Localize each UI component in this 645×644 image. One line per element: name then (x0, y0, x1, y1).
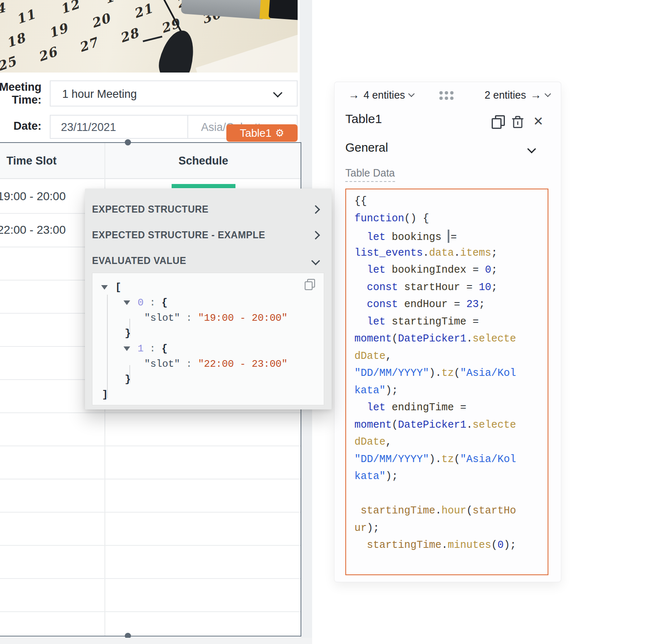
date-label: Date: (0, 120, 41, 133)
code-line: dDate, (354, 436, 548, 453)
column-header-time-slot[interactable]: Time Slot (0, 143, 104, 179)
delete-widget-icon[interactable] (512, 115, 524, 130)
table-data-property-label: Table Data (345, 167, 395, 182)
photo-number: 19 (47, 20, 70, 41)
json-tree-line: 0 : { (92, 296, 324, 311)
date-picker-input[interactable]: 23/11/2021 (50, 115, 189, 139)
json-tree-line: 1 : { (92, 342, 324, 357)
date-value: 23/11/2021 (61, 121, 116, 134)
row-separator (0, 545, 301, 546)
incoming-entities-dropdown[interactable]: → 4 entities (348, 89, 414, 102)
code-evaluation-popup: EXPECTED STRUCTURE EXPECTED STRUCTURE - … (85, 189, 332, 409)
chevron-right-icon[interactable] (311, 230, 320, 239)
marker-pen-cap (269, 0, 298, 22)
chevron-down-icon[interactable] (311, 256, 320, 265)
code-line: startingTime.hour(startHo (354, 505, 548, 522)
tree-collapse-caret-icon[interactable] (101, 285, 108, 290)
meeting-time-selected-value: 1 hour Meeting (62, 88, 137, 101)
widget-name-label: Table1 (240, 127, 272, 140)
code-line: startingTime.minutes(0); (354, 539, 548, 557)
json-tree-line: "slot" : "19:00 - 20:00" (92, 311, 324, 327)
progress-bar (172, 184, 235, 188)
code-line: moment(DatePicker1.selecte (354, 419, 548, 436)
grid-dots-icon[interactable] (439, 91, 453, 100)
row-separator (0, 479, 301, 479)
widget-name-badge-table1[interactable]: Table1 ⚙ (226, 124, 298, 142)
photo-number: 26 (36, 44, 59, 64)
tree-collapse-caret-icon[interactable] (124, 300, 130, 305)
tree-collapse-caret-icon[interactable] (124, 346, 130, 351)
row-separator (0, 512, 301, 513)
code-line: "DD/MM/YYYY").tz("Asia/Kol (354, 367, 548, 385)
chevron-right-icon[interactable] (311, 205, 320, 213)
code-line: const endHour = 23; (354, 298, 548, 316)
incoming-entities-label: 4 entities (364, 89, 405, 101)
photo-number: 11 (14, 6, 37, 27)
chevron-down-icon[interactable] (527, 145, 536, 153)
code-line: let startingTime = (354, 316, 548, 333)
image-widget-calendar-photo[interactable]: 4 11121314 181920212223 252627282930 (0, 0, 298, 73)
text-cursor (448, 230, 449, 243)
row-separator (0, 412, 301, 413)
table-header-row: Time Slot Schedule (0, 143, 301, 179)
chevron-down-icon (545, 91, 551, 97)
json-tree-line: } (92, 327, 324, 342)
section-label: EVALUATED VALUE (92, 255, 186, 266)
code-line (354, 488, 548, 505)
code-line: list_events.data.items; (354, 247, 548, 264)
meeting-time-label: Meeting Time: (0, 81, 41, 107)
gear-icon[interactable]: ⚙ (275, 128, 284, 138)
row-separator (0, 578, 301, 579)
column-header-schedule[interactable]: Schedule (104, 143, 302, 179)
resize-handle-top[interactable] (125, 139, 131, 145)
json-tree-line: "slot" : "22:00 - 23:00" (92, 357, 324, 373)
photo-number: 20 (89, 10, 112, 31)
photo-number: 27 (77, 34, 100, 55)
json-tree-line: ] (92, 388, 324, 403)
photo-number: 28 (118, 25, 141, 45)
code-line: kata"); (354, 385, 548, 402)
photo-number: 21 (132, 0, 155, 21)
code-line: {{ (354, 195, 548, 213)
app-editor-screen: 4 11121314 181920212223 252627282930 Mee… (0, 0, 645, 644)
code-line: ur); (354, 522, 548, 540)
chevron-down-icon (408, 91, 415, 97)
photo-number: 12 (58, 0, 82, 17)
section-label: EXPECTED STRUCTURE (92, 204, 209, 215)
section-general[interactable]: General (345, 141, 388, 155)
code-line: let endingTime = (354, 402, 548, 419)
table-data-code-editor[interactable]: {{function() { let bookings =list_events… (345, 189, 548, 575)
widget-title: Table1 (345, 112, 382, 126)
code-line: kata"); (354, 470, 548, 488)
code-line: function() { (354, 213, 548, 230)
code-line: "DD/MM/YYYY").tz("Asia/Kol (354, 453, 548, 471)
expected-structure-section[interactable]: EXPECTED STRUCTURE (92, 201, 325, 218)
row-separator (0, 611, 301, 612)
photo-number: 25 (0, 53, 19, 73)
meeting-time-select[interactable]: 1 hour Meeting (50, 80, 298, 107)
code-line: const startHour = 10; (354, 281, 548, 299)
property-pane: → 4 entities 2 entities → Table1 ✕ Gener… (335, 82, 561, 582)
photo-number: 18 (4, 30, 27, 50)
close-icon[interactable]: ✕ (533, 115, 543, 128)
code-line: moment(DatePicker1.selecte (354, 333, 548, 350)
canvas-bottom-edge (0, 638, 312, 644)
expected-structure-example-section[interactable]: EXPECTED STRUCTURE - EXAMPLE (92, 227, 325, 243)
outgoing-entities-dropdown[interactable]: 2 entities → (485, 89, 550, 102)
time-slot-cell: 19:00 - 20:00 (0, 190, 66, 203)
evaluated-value-section[interactable]: EVALUATED VALUE (92, 252, 325, 269)
section-label: EXPECTED STRUCTURE - EXAMPLE (92, 230, 265, 241)
code-line: let bookingIndex = 0; (354, 264, 548, 281)
photo-number: 13 (102, 0, 126, 7)
chevron-down-icon (273, 88, 283, 98)
arrow-right-icon: → (530, 89, 541, 102)
code-line: let bookings = (354, 230, 548, 247)
arrow-right-icon: → (348, 89, 359, 102)
code-line: dDate, (354, 350, 548, 368)
json-tree-line: [ (92, 281, 324, 296)
evaluated-value-json-viewer: [0 : {"slot" : "19:00 - 20:00"}1 : {"slo… (92, 273, 324, 405)
row-separator (0, 445, 301, 446)
time-slot-cell: 22:00 - 23:00 (0, 223, 66, 237)
outgoing-entities-label: 2 entities (485, 89, 526, 101)
json-tree-line: } (92, 373, 324, 388)
